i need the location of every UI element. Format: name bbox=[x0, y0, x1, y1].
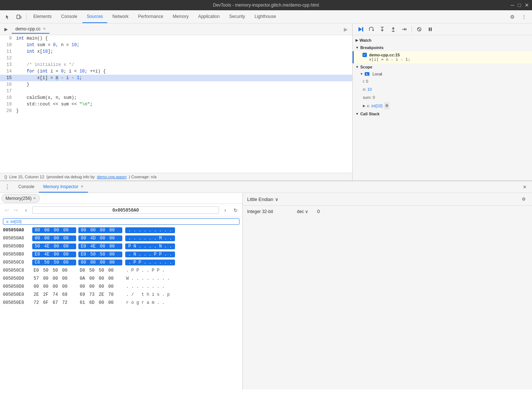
call-stack-triangle: ▼ bbox=[356, 112, 359, 116]
tab-network[interactable]: Network bbox=[108, 10, 133, 23]
debugger-panel: ▶ Watch ▼ Breakpoints ✓ demo-cpp.cc:15 x… bbox=[353, 23, 532, 180]
watch-label: Watch bbox=[360, 38, 372, 42]
memory-badge[interactable]: x: int[10] bbox=[3, 218, 239, 225]
status-suffix: ) Coverage: n/a bbox=[129, 175, 157, 179]
svg-rect-3 bbox=[362, 27, 363, 31]
mem-row-d0: 005050D0 57 00 00 00 0A 00 00 bbox=[0, 275, 242, 283]
status-wasm-link[interactable]: demo-cpp.wasm bbox=[97, 175, 127, 179]
call-stack-section-header[interactable]: ▼ Call Stack bbox=[353, 110, 532, 118]
tab-lighthouse[interactable]: Lighthouse bbox=[250, 10, 280, 23]
int32-format-select[interactable]: dec ∨ bbox=[297, 209, 308, 214]
bottom-tabs: ⋮ Console Memory Inspector ✕ ✕ bbox=[0, 181, 532, 193]
titlebar-title: DevTools - memory-inspector.glitch.me/de… bbox=[213, 3, 319, 8]
device-toggle-btn[interactable] bbox=[14, 12, 24, 22]
tab-sources[interactable]: Sources bbox=[82, 10, 107, 23]
close-memory-subtab-icon[interactable]: ✕ bbox=[33, 196, 36, 200]
code-line-10: 10 int sum = 0, n = 10; bbox=[0, 42, 352, 48]
scope-section-header[interactable]: ▼ Scope bbox=[353, 63, 532, 71]
code-line-12: 12 bbox=[0, 55, 352, 62]
svg-rect-0 bbox=[17, 15, 20, 19]
bottom-panel-close[interactable]: ✕ bbox=[520, 183, 529, 191]
code-editor[interactable]: 9 int main() { 10 int sum = 0, n = 10; 1… bbox=[0, 35, 352, 173]
svg-marker-2 bbox=[358, 27, 362, 31]
top-nav: Elements Console Sources Network Perform… bbox=[0, 10, 532, 23]
status-braces: {} bbox=[4, 175, 7, 179]
scope-item-x[interactable]: ▶ x: int[10] ⚙ bbox=[353, 101, 532, 110]
nav-separator bbox=[26, 13, 27, 21]
scope-item-n: n: 10 bbox=[353, 85, 532, 93]
undo-btn[interactable]: ↩ bbox=[3, 206, 11, 214]
mem-row-c0: 005050C0 C8 50 50 00 00 00 00 bbox=[0, 258, 242, 267]
breakpoints-section-header[interactable]: ▼ Breakpoints bbox=[353, 44, 532, 51]
resume-btn[interactable] bbox=[356, 25, 365, 34]
refresh-btn[interactable]: ↻ bbox=[231, 206, 239, 214]
watch-triangle: ▶ bbox=[356, 38, 358, 42]
tab-performance[interactable]: Performance bbox=[134, 10, 168, 23]
code-line-15: 15 x[i] = n - i - 1; bbox=[0, 75, 352, 81]
local-expand-tri[interactable]: ▼ bbox=[360, 72, 363, 76]
tab-memory-inspector[interactable]: Memory Inspector ✕ bbox=[39, 181, 88, 193]
x-expand-tri[interactable]: ▶ bbox=[363, 103, 365, 109]
svg-rect-11 bbox=[429, 27, 430, 31]
mem-row-c8: 005050C8 E0 50 50 00 D8 50 50 bbox=[0, 267, 242, 275]
x-memory-icon[interactable]: ⚙ bbox=[384, 102, 390, 109]
memory-inspector: Memory(256) ✕ ↩ ↪ ‹ › ↻ bbox=[0, 193, 532, 390]
code-line-16: 16 } bbox=[0, 81, 352, 88]
code-line-14: 14 for (int i = 0; i < 10; ++i) { bbox=[0, 68, 352, 75]
tab-elements[interactable]: Elements bbox=[29, 10, 56, 23]
prev-page-btn[interactable]: ‹ bbox=[22, 206, 30, 214]
minimize-btn[interactable]: ─ bbox=[511, 2, 514, 8]
breakpoints-label: Breakpoints bbox=[360, 45, 384, 50]
redo-btn[interactable]: ↪ bbox=[12, 206, 20, 214]
next-page-btn[interactable]: › bbox=[221, 206, 229, 214]
bottom-area: ⋮ Console Memory Inspector ✕ ✕ Memor bbox=[0, 181, 532, 390]
memory-subtab-256[interactable]: Memory(256) ✕ bbox=[1, 194, 40, 203]
breakpoint-checkbox[interactable]: ✓ bbox=[362, 53, 367, 57]
status-middle: (provided via debug info by bbox=[46, 175, 95, 179]
tab-console-bottom[interactable]: Console bbox=[14, 181, 39, 193]
devtools: Elements Console Sources Network Perform… bbox=[0, 10, 532, 395]
code-line-20: 20 } bbox=[0, 108, 352, 114]
sources-area: ▶ demo-cpp.cc ✕ ▶ 9 int main() { bbox=[0, 23, 532, 181]
debugger-content: ▶ Watch ▼ Breakpoints ✓ demo-cpp.cc:15 x… bbox=[353, 35, 532, 180]
mem-table-area: 005050A0 00 00 00 00 00 00 00 bbox=[0, 226, 242, 390]
tab-security[interactable]: Security bbox=[225, 10, 249, 23]
code-line-17: 17 bbox=[0, 88, 352, 94]
step-over-btn[interactable] bbox=[367, 25, 376, 34]
tab-application[interactable]: Application bbox=[194, 10, 224, 23]
close-memory-inspector-icon[interactable]: ✕ bbox=[81, 185, 83, 189]
watch-section-header[interactable]: ▶ Watch bbox=[353, 37, 532, 44]
select-tool-btn[interactable] bbox=[3, 12, 13, 22]
status-bar: {} Line 15, Column 12 (provided via debu… bbox=[0, 173, 352, 180]
close-btn[interactable]: ✕ bbox=[525, 2, 529, 8]
tab-console[interactable]: Console bbox=[57, 10, 82, 23]
step-into-btn[interactable] bbox=[377, 25, 387, 34]
dbg-separator bbox=[412, 26, 412, 33]
int32-value: 0 bbox=[317, 209, 320, 214]
svg-rect-12 bbox=[431, 27, 432, 31]
settings-btn[interactable]: ⚙ bbox=[507, 12, 517, 22]
maximize-btn[interactable]: □ bbox=[518, 2, 521, 8]
close-file-tab-icon[interactable]: ✕ bbox=[43, 27, 46, 31]
play-file-btn[interactable]: ▶ bbox=[341, 24, 351, 34]
deactivate-bp-btn[interactable] bbox=[414, 25, 424, 34]
pause-on-exception-btn[interactable] bbox=[425, 25, 435, 34]
code-line-19: 19 std::cout << sum << "\n"; bbox=[0, 101, 352, 108]
mem-row-e0: 005050E0 2E 2F 74 68 69 73 2E bbox=[0, 291, 242, 299]
endian-settings-btn[interactable]: ⚙ bbox=[520, 195, 528, 203]
step-out-btn[interactable] bbox=[388, 25, 398, 34]
titlebar-controls[interactable]: ─ □ ✕ bbox=[511, 2, 529, 8]
step-btn[interactable] bbox=[399, 25, 409, 34]
more-menu-btn[interactable]: ⋮ bbox=[519, 12, 529, 22]
endian-select[interactable]: Little Endian ∨ bbox=[247, 197, 279, 202]
tab-memory[interactable]: Memory bbox=[168, 10, 193, 23]
breakpoint-filename: demo-cpp.cc:15 bbox=[369, 53, 400, 57]
file-tab-demo-cpp[interactable]: demo-cpp.cc ✕ bbox=[12, 25, 49, 34]
main-area: ▶ demo-cpp.cc ✕ ▶ 9 int main() { bbox=[0, 23, 532, 395]
panel-toggle-btn[interactable]: ▶ bbox=[1, 25, 10, 34]
address-input[interactable] bbox=[32, 206, 219, 214]
memory-nav: ↩ ↪ ‹ › ↻ bbox=[0, 204, 242, 217]
scope-item-i: i: 0 bbox=[353, 77, 532, 85]
bottom-tab-dots[interactable]: ⋮ bbox=[3, 183, 12, 191]
code-line-9: 9 int main() { bbox=[0, 35, 352, 42]
